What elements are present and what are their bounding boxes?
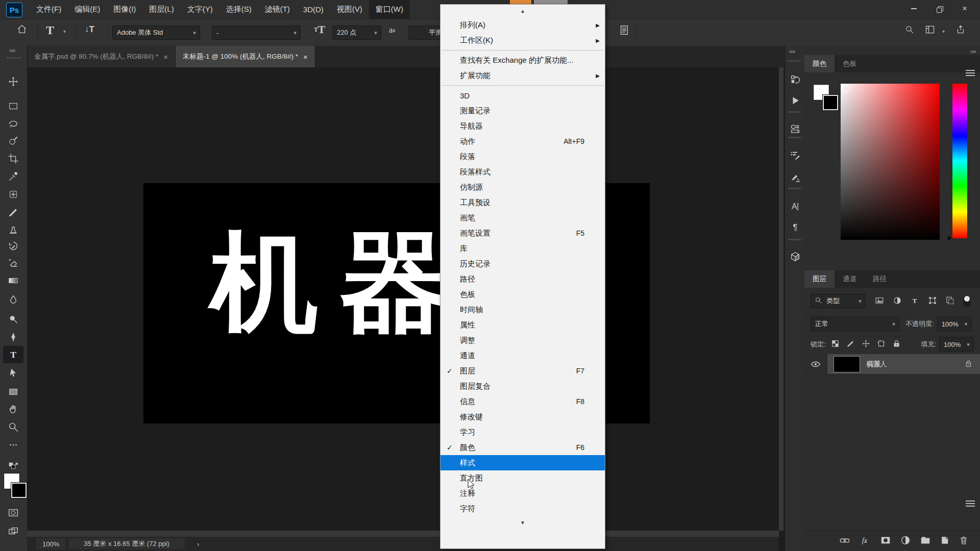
rect-marquee-tool[interactable]: [3, 97, 23, 115]
window-menu-item-[interactable]: 工具预设: [440, 195, 605, 210]
text-orientation-icon[interactable]: ↓T: [85, 24, 94, 35]
close-button[interactable]: ×: [953, 1, 976, 16]
actions-panel-icon[interactable]: [787, 93, 803, 108]
delete-layer-icon[interactable]: [959, 535, 969, 547]
font-style-select[interactable]: -▾: [212, 26, 301, 40]
shape-tool[interactable]: [3, 383, 23, 400]
lasso-tool[interactable]: [3, 115, 23, 132]
workspace-icon[interactable]: [925, 24, 935, 35]
window-menu-item-[interactable]: 路径: [440, 271, 605, 287]
visibility-toggle[interactable]: [804, 354, 827, 374]
window-menu-item-[interactable]: 字符: [440, 501, 605, 516]
menubar-item-W[interactable]: 窗口(W): [369, 0, 410, 19]
collapse-panels-icon[interactable]: »»: [970, 48, 976, 55]
toggle-panels-icon[interactable]: [619, 24, 630, 36]
hue-marker[interactable]: [948, 236, 951, 241]
crop-tool[interactable]: [3, 150, 23, 167]
fill-select[interactable]: 100%▾: [939, 337, 974, 352]
window-menu-item-[interactable]: 图层复合: [440, 379, 605, 394]
font-family-select[interactable]: Adobe 黑体 Std▾: [112, 26, 200, 40]
type-tool[interactable]: T: [3, 346, 23, 363]
layer-style-icon[interactable]: fx: [859, 535, 871, 547]
window-menu-item-[interactable]: 画笔: [440, 210, 605, 226]
window-menu-item-[interactable]: 段落样式: [440, 164, 605, 180]
panel-menu-icon[interactable]: [966, 70, 975, 76]
layer-thumbnail[interactable]: [834, 356, 860, 372]
gradient-tool[interactable]: [3, 272, 23, 289]
document-tab-2[interactable]: 未标题-1 @ 100% (机器人, RGB/8#) *×: [176, 46, 315, 67]
lock-transparent-icon[interactable]: [831, 339, 840, 349]
window-menu-item-[interactable]: 库: [440, 241, 605, 256]
window-menu-item-Exchange[interactable]: 查找有关 Exchange 的扩展功能...: [440, 53, 605, 68]
vertical-scrollbar[interactable]: [779, 67, 783, 531]
expand-toolbar-icon[interactable]: »»: [9, 47, 15, 54]
font-size-select[interactable]: 220 点▾: [332, 26, 381, 40]
expand-dock-icon[interactable]: ««: [789, 48, 795, 55]
lock-position-icon[interactable]: [862, 339, 870, 349]
properties-panel-icon[interactable]: [787, 121, 803, 137]
screen-mode[interactable]: [3, 522, 23, 540]
menubar-item-Y[interactable]: 文字(Y): [181, 0, 219, 19]
smart-object-filter-icon[interactable]: [945, 296, 954, 307]
window-menu-item-[interactable]: 段落: [440, 149, 605, 164]
window-menu-item-[interactable]: 学习: [440, 424, 605, 440]
filter-toggle[interactable]: [963, 295, 971, 307]
hand-tool[interactable]: [3, 400, 23, 418]
window-menu-item-[interactable]: 直方图: [440, 470, 605, 486]
add-mask-icon[interactable]: [880, 535, 891, 547]
tab-paths[interactable]: 路径: [865, 270, 895, 288]
window-menu-item-[interactable]: 画笔设置F5: [440, 226, 605, 241]
close-icon[interactable]: ×: [163, 53, 168, 61]
path-select-tool[interactable]: [3, 364, 23, 382]
new-layer-icon[interactable]: [940, 535, 950, 547]
opacity-select[interactable]: 100%▾: [937, 317, 972, 331]
window-menu-item-[interactable]: 时间轴: [440, 302, 605, 317]
menubar-item-E[interactable]: 编辑(E): [68, 0, 107, 19]
window-menu-item-[interactable]: 注释: [440, 486, 605, 501]
background-color-swatch[interactable]: [11, 483, 27, 498]
brush-tool[interactable]: [3, 204, 23, 221]
minimize-button[interactable]: [902, 1, 925, 16]
zoom-tool[interactable]: [3, 418, 23, 436]
pixel-layer-filter-icon[interactable]: [875, 296, 884, 307]
menubar-item-F[interactable]: 文件(F): [30, 0, 68, 19]
menubar-item-3DD[interactable]: 3D(D): [297, 0, 330, 19]
window-menu-item-[interactable]: 样式: [440, 455, 605, 470]
status-chevron-icon[interactable]: ›: [197, 540, 199, 548]
eyedropper-tool[interactable]: [3, 168, 23, 185]
type-layer-filter-icon[interactable]: T: [910, 296, 919, 307]
menubar-item-S[interactable]: 选择(S): [219, 0, 258, 19]
background-color-swatch[interactable]: [823, 95, 838, 110]
blend-mode-select[interactable]: 正常▾: [811, 317, 899, 331]
menubar-item-T[interactable]: 滤镜(T): [258, 0, 297, 19]
zoom-level[interactable]: 100%: [36, 538, 65, 549]
new-group-icon[interactable]: [920, 535, 931, 547]
search-icon[interactable]: [904, 24, 915, 35]
3d-panel-icon[interactable]: [787, 249, 803, 264]
scroll-down-icon[interactable]: ▼: [440, 516, 605, 529]
tool-preset-chevron-icon[interactable]: ▾: [63, 29, 66, 34]
blur-tool[interactable]: [3, 291, 23, 309]
window-menu-item-[interactable]: 测量记录: [440, 103, 605, 118]
menubar-item-V[interactable]: 视图(V): [330, 0, 369, 19]
panel-menu-icon[interactable]: [966, 500, 975, 507]
window-menu-item-[interactable]: 信息F8: [440, 394, 605, 409]
menubar-item-I[interactable]: 图像(I): [107, 0, 142, 19]
brush-settings-panel-icon[interactable]: [787, 148, 803, 163]
workspace-chevron-icon[interactable]: ▾: [942, 29, 945, 34]
tab-layers[interactable]: 图层: [804, 270, 835, 288]
lock-pixels-icon[interactable]: [846, 339, 855, 349]
scroll-up-icon[interactable]: ▲: [440, 5, 605, 17]
window-menu-item-[interactable]: 色板: [440, 287, 605, 302]
window-menu-item-[interactable]: 历史记录: [440, 256, 605, 271]
more-tools[interactable]: [3, 436, 23, 454]
eraser-tool[interactable]: [3, 255, 23, 272]
restore-button[interactable]: [928, 1, 950, 16]
paragraph-panel-icon[interactable]: ¶: [787, 219, 803, 235]
window-menu-item-K[interactable]: 工作区(K)▶: [440, 33, 605, 48]
lock-artboard-icon[interactable]: [877, 339, 886, 349]
clone-source-panel-icon[interactable]: [787, 170, 803, 185]
tab-swatches[interactable]: 色板: [835, 55, 865, 72]
layer-row-背景[interactable]: 背景: [804, 354, 980, 374]
window-menu-item-[interactable]: ✓图层F7: [440, 363, 605, 379]
